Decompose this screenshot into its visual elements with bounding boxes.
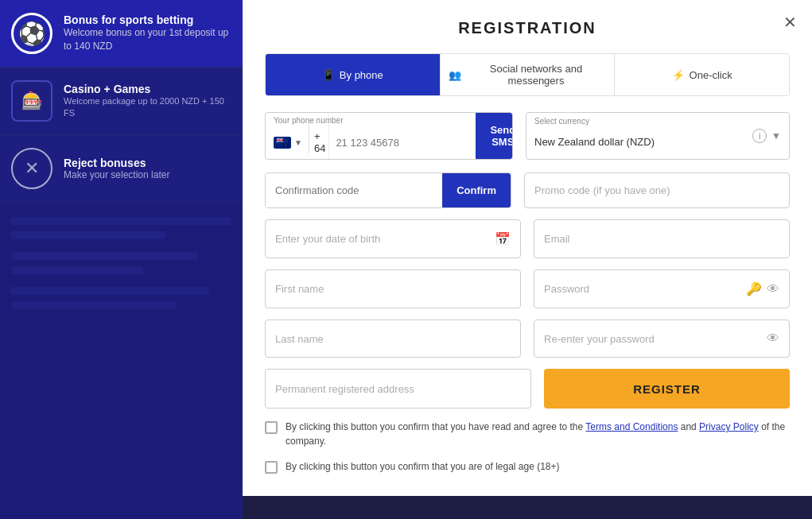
terms-checkbox-row: By clicking this button you confirm that… [265,420,790,448]
bonus-desc: Welcome bonus on your 1st deposit up to … [64,26,231,53]
currency-chevron-icon: ▼ [771,130,781,141]
reject-text: Reject bonuses Make your selection later [64,157,169,180]
dob-input[interactable] [275,233,495,245]
bonus-banner[interactable]: ⚽ Bonus for sports betting Welcome bonus… [0,0,243,67]
lastname-field [265,320,521,358]
reject-bonuses-item[interactable]: ✕ Reject bonuses Make your selection lat… [0,134,243,202]
re-password-eye-icon[interactable]: 👁 [767,331,779,346]
register-button[interactable]: REGISTER [544,369,790,409]
phone-field: Your phone number 🇳🇿 ▼ + 64 Send SMS [265,112,513,160]
registration-tabs: 📱 By phone 👥 Social networks and messeng… [265,53,790,96]
reject-title: Reject bonuses [64,157,169,169]
privacy-link[interactable]: Privacy Policy [699,421,759,432]
terms-text: By clicking this button you confirm that… [286,420,790,448]
oneclick-tab-label: One-click [690,69,732,81]
phone-input[interactable] [329,119,476,153]
oneclick-tab-icon: ⚡ [672,69,685,81]
password-field: 🔑 👁 [534,269,790,308]
email-field [534,219,790,258]
promo-input[interactable] [534,184,779,196]
calendar-icon: 📅 [495,231,511,246]
dob-field: 📅 [265,219,521,258]
casino-desc: Welcome package up to 2000 NZD + 150 FS [64,95,231,120]
casino-text: Casino + Games Welcome package up to 200… [64,83,231,120]
dob-email-row: 📅 [265,219,790,258]
bonus-title: Bonus for sports betting [64,14,231,26]
age-checkbox-row: By clicking this button you confirm that… [265,459,790,474]
modal-overlay: ✕ REGISTRATION 📱 By phone 👥 Social netwo… [243,0,812,519]
re-password-input[interactable] [544,333,762,345]
social-tab-icon: 👥 [449,69,461,81]
age-text: By clicking this button you confirm that… [286,459,560,474]
casino-games-item[interactable]: 🎰 Casino + Games Welcome package up to 2… [0,67,243,134]
phone-tab-label: By phone [340,69,383,81]
age-checkbox[interactable] [265,461,278,474]
registration-modal: ✕ REGISTRATION 📱 By phone 👥 Social netwo… [243,0,812,496]
sidebar-blurred-content [0,202,243,519]
close-button[interactable]: ✕ [779,11,801,33]
info-icon[interactable]: i [752,129,767,143]
eye-slash-icon[interactable]: 👁 [767,282,779,296]
phone-tab-icon: 📱 [322,69,335,81]
currency-field[interactable]: Select currency New Zealand dollar (NZD)… [526,112,790,160]
terms-link[interactable]: Terms and Conditions [585,421,678,432]
address-input[interactable] [275,383,521,395]
tab-one-click[interactable]: ⚡ One-click [615,54,789,95]
reject-icon: ✕ [11,148,52,189]
promo-field [524,172,790,208]
send-sms-button[interactable]: Send SMS [476,113,513,159]
key-icon: 🔑 [746,281,762,296]
confirm-button[interactable]: Confirm [442,173,511,207]
confirmation-code-input[interactable] [266,173,442,207]
soccer-ball-icon: ⚽ [11,13,52,54]
terms-checkbox[interactable] [265,421,278,434]
lastname-input[interactable] [275,333,511,345]
social-tab-label: Social networks and messengers [466,63,607,87]
lastname-repassword-row: 👁 [265,320,790,358]
sidebar: ⚽ Bonus for sports betting Welcome bonus… [0,0,243,519]
phone-currency-row: Your phone number 🇳🇿 ▼ + 64 Send SMS Sel… [265,112,790,160]
confirmation-promo-row: Confirm [265,172,790,208]
chevron-down-icon: ▼ [294,138,302,147]
email-input[interactable] [544,233,779,245]
re-password-field: 👁 [534,320,790,358]
nz-flag-icon: 🇳🇿 [274,137,291,149]
tab-by-phone[interactable]: 📱 By phone [266,54,441,95]
phone-label: Your phone number [274,116,343,125]
currency-value: New Zealand dollar (NZD) [534,136,752,148]
currency-icons: i ▼ [752,129,781,143]
firstname-password-row: 🔑 👁 [265,269,790,308]
modal-title: REGISTRATION [265,19,790,37]
address-register-row: REGISTER [265,369,790,409]
reject-desc: Make your selection later [64,169,169,180]
confirmation-field: Confirm [265,172,511,208]
tab-social-networks[interactable]: 👥 Social networks and messengers [441,54,616,95]
firstname-field [265,269,521,308]
bonus-text: Bonus for sports betting Welcome bonus o… [64,14,231,53]
firstname-input[interactable] [275,283,511,295]
currency-label: Select currency [534,117,589,126]
casino-title: Casino + Games [64,83,231,95]
address-field [265,369,531,409]
password-input[interactable] [544,283,741,295]
casino-icon: 🎰 [11,80,52,122]
